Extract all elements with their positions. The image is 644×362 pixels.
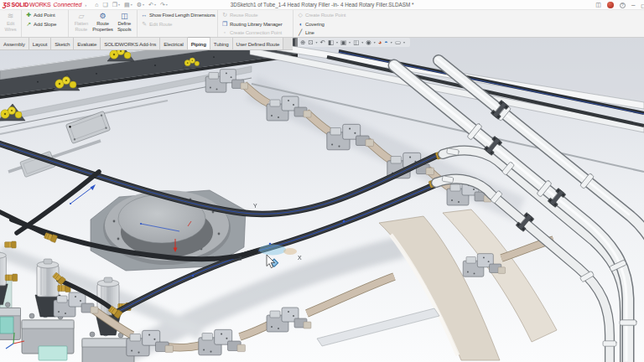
axis-label-z: Z bbox=[238, 256, 242, 261]
window-controls: ◫ ? – ▢ bbox=[595, 0, 644, 10]
create-route-point-button: ◇ Create Route Point bbox=[295, 11, 347, 20]
model-view: Y Z X bbox=[0, 0, 644, 362]
redo-icon[interactable]: ↷▾ bbox=[160, 2, 168, 8]
add-point-icon: ✚ bbox=[25, 12, 32, 19]
command-manager-ribbon: ≋ EditWires ✚ Add Point ↗ Add Slope ▱ Fl… bbox=[0, 10, 644, 38]
undo-icon[interactable]: ↶▾ bbox=[148, 2, 156, 8]
zoom-to-fit-icon[interactable]: ⊕ bbox=[300, 39, 305, 47]
viewport-canvas[interactable]: Y Z X bbox=[0, 0, 644, 362]
create-connection-point-button: ◦ Create Connection Point bbox=[220, 28, 284, 38]
help-icon[interactable]: ? bbox=[620, 3, 626, 8]
display-style-icon[interactable]: ◫ bbox=[353, 39, 359, 47]
axis-label-y: Y bbox=[253, 203, 257, 209]
show-fixed-length-dimensions-button[interactable]: ↔ Show Fixed Length Dimensions bbox=[139, 11, 217, 20]
line-icon: ╱ bbox=[297, 29, 304, 37]
new-document-icon[interactable]: ❏ bbox=[103, 2, 108, 8]
home-icon[interactable]: ⌂ bbox=[95, 2, 98, 8]
flatten-route-button: ▱ FlattenRoute bbox=[70, 11, 92, 36]
tab-electrical[interactable]: Electrical bbox=[160, 38, 188, 49]
solidworks-logo: ƷS SOLIDWORKS Connected bbox=[3, 1, 81, 8]
view-settings-icon[interactable]: ▭ bbox=[395, 39, 401, 47]
line-button[interactable]: ╱ Line bbox=[295, 28, 347, 38]
command-manager-tabs: Assembly Layout Sketch Evaluate SOLIDWOR… bbox=[0, 38, 293, 50]
covering-icon: ◖ bbox=[297, 21, 304, 28]
quick-access-toolbar: ⌂ ❏ ❐▾ ▤▾ ⚙▾ ↶▾ ↷▾ bbox=[95, 2, 168, 8]
route-properties-icon: ⚙ bbox=[99, 12, 106, 21]
view-orientation-icon[interactable]: ▣ bbox=[340, 39, 346, 47]
edit-route-button: ✎ Edit Route bbox=[139, 20, 217, 29]
tab-layout[interactable]: Layout bbox=[29, 38, 52, 49]
edit-route-icon: ✎ bbox=[141, 21, 148, 28]
heads-up-view-toolbar: ⊕ ⊡ ▾ ↶ ◧ ▾ ▣ ▾ ◫ ▾ ◉ ▾ ◕ ◓ ▾ ▭ ▾ bbox=[295, 38, 410, 47]
edit-wires-button: ≋ EditWires bbox=[2, 11, 19, 36]
routing-library-manager-button[interactable]: ❒ Routing Library Manager bbox=[220, 20, 284, 29]
show-fixed-length-dimensions-icon: ↔ bbox=[141, 12, 148, 19]
section-view-icon[interactable]: ◧ bbox=[328, 39, 334, 47]
reuse-route-button: ↻ Reuse Route bbox=[220, 11, 284, 20]
maximize-button[interactable]: ▢ bbox=[641, 3, 644, 8]
document-title: 3DSketch1 of Tube_1-4 Head Rotary Filler… bbox=[231, 2, 414, 8]
tab-tubing[interactable]: Tubing bbox=[210, 38, 233, 49]
add-slope-button[interactable]: ↗ Add Slope bbox=[23, 20, 58, 29]
zoom-to-area-icon[interactable]: ⊡ bbox=[308, 39, 313, 47]
minimize-button[interactable]: – bbox=[631, 2, 635, 8]
previous-view-icon[interactable]: ↶ bbox=[320, 39, 325, 47]
add-point-button[interactable]: ✚ Add Point bbox=[23, 11, 58, 20]
tab-solidworks-add-ins[interactable]: SOLIDWORKS Add-Ins bbox=[101, 38, 160, 49]
covering-button[interactable]: ◖ Covering bbox=[295, 20, 347, 29]
axis-label-x: X bbox=[298, 255, 302, 261]
user-avatar[interactable] bbox=[607, 2, 614, 8]
open-document-icon[interactable]: ❐▾ bbox=[112, 2, 120, 8]
hide-show-items-icon[interactable]: ◉ bbox=[366, 39, 371, 47]
create-connection-point-icon: ◦ bbox=[221, 29, 228, 37]
flatten-route-icon: ▱ bbox=[78, 12, 84, 21]
create-route-point-icon: ◇ bbox=[297, 12, 304, 19]
routing-library-manager-icon: ❒ bbox=[221, 21, 228, 28]
options-gear-icon[interactable]: ⚙▾ bbox=[137, 2, 144, 8]
define-spools-button[interactable]: ◫ DefineSpools bbox=[113, 11, 135, 36]
tab-user-defined-route[interactable]: User Defined Route bbox=[233, 38, 284, 49]
tab-sketch[interactable]: Sketch bbox=[51, 38, 74, 49]
solidworks-logo-mark: ƷS bbox=[3, 1, 11, 8]
add-slope-icon: ↗ bbox=[25, 21, 32, 28]
tab-assembly[interactable]: Assembly bbox=[0, 38, 29, 49]
apply-scene-icon[interactable]: ◓ bbox=[384, 39, 388, 47]
title-bar: ƷS SOLIDWORKS Connected › ⌂ ❏ ❐▾ ▤▾ ⚙▾ ↶… bbox=[0, 0, 644, 10]
edit-wires-icon: ≋ bbox=[8, 12, 14, 21]
tab-evaluate[interactable]: Evaluate bbox=[74, 38, 101, 49]
route-properties-button[interactable]: ⚙ RouteProperties bbox=[92, 11, 114, 36]
logo-expand-caret[interactable]: › bbox=[85, 3, 86, 8]
task-pane-icon[interactable]: ◫ bbox=[595, 2, 601, 8]
save-icon[interactable]: ▤▾ bbox=[124, 2, 132, 8]
edit-appearance-icon[interactable]: ◕ bbox=[378, 39, 382, 47]
tab-piping[interactable]: Piping bbox=[188, 37, 210, 49]
reuse-route-icon: ↻ bbox=[221, 12, 228, 19]
define-spools-icon: ◫ bbox=[121, 12, 128, 21]
